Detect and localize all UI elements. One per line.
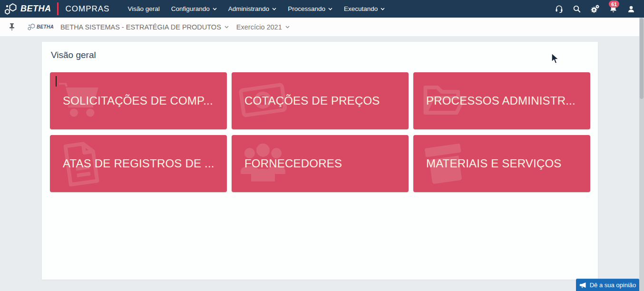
- overview-panel: Visão geral SOLICITAÇÕES DE COMP...: [42, 42, 598, 280]
- menu-item-label: Visão geral: [127, 5, 159, 12]
- menu-item-administrando[interactable]: Administrando: [223, 0, 282, 18]
- headset-icon: [555, 4, 564, 13]
- services-icon: [590, 4, 600, 14]
- chevron-down-icon: [272, 8, 276, 10]
- chevron-down-icon: [285, 26, 290, 29]
- tile-label: SOLICITAÇÕES DE COMP...: [63, 94, 213, 107]
- chevron-down-icon: [381, 8, 385, 10]
- tile-fornecedores[interactable]: FORNECEDORES: [232, 135, 409, 192]
- betha-small-logo-icon: [28, 23, 35, 30]
- pin-icon: [9, 23, 15, 31]
- top-navbar: BETHA COMPRAS Visão geral Configurando A…: [0, 0, 644, 18]
- vertical-scrollbar[interactable]: [639, 18, 644, 291]
- menu-item-configurando[interactable]: Configurando: [166, 0, 223, 18]
- menu-item-executando[interactable]: Executando: [338, 0, 390, 18]
- pin-button[interactable]: [9, 23, 16, 31]
- user-icon: [627, 5, 635, 13]
- context-brand: BETHA: [28, 23, 54, 30]
- exercise-selector[interactable]: Exercício 2021: [236, 23, 290, 31]
- app-window: BETHA COMPRAS Visão geral Configurando A…: [0, 0, 644, 291]
- text-caret: [56, 76, 57, 87]
- chevron-down-icon: [213, 8, 217, 10]
- support-button[interactable]: [550, 0, 568, 18]
- menu-item-processando[interactable]: Processando: [282, 0, 338, 18]
- tile-label: FORNECEDORES: [244, 157, 342, 170]
- notification-count-badge[interactable]: 61: [609, 0, 619, 8]
- tile-label: PROCESSOS ADMINISTR...: [426, 94, 576, 107]
- menu-item-label: Executando: [344, 5, 378, 12]
- feedback-button[interactable]: Dê a sua opinião: [576, 279, 639, 291]
- feedback-label: Dê a sua opinião: [590, 281, 636, 289]
- chevron-down-icon: [328, 8, 332, 10]
- entity-name: BETHA SISTEMAS - ESTRATÉGIA DE PRODUTOS: [60, 23, 221, 31]
- tile-label: ATAS DE REGISTROS DE ...: [63, 157, 215, 170]
- page-title: Visão geral: [51, 50, 96, 60]
- tile-label: MATERIAIS E SERVIÇOS: [426, 157, 562, 170]
- brand-divider: [57, 2, 59, 15]
- tile-cotacoes-de-precos[interactable]: COTAÇÕES DE PREÇOS: [232, 72, 409, 129]
- megaphone-icon: [579, 282, 586, 288]
- context-bar: BETHA BETHA SISTEMAS - ESTRATÉGIA DE PRO…: [0, 18, 644, 36]
- navbar-actions: [550, 0, 640, 18]
- app-name: COMPRAS: [66, 4, 110, 14]
- module-tile-grid: SOLICITAÇÕES DE COMP... COTAÇÕES DE PREÇ…: [50, 72, 590, 192]
- tile-atas-de-registros[interactable]: ATAS DE REGISTROS DE ...: [50, 135, 227, 192]
- entity-selector[interactable]: BETHA SISTEMAS - ESTRATÉGIA DE PRODUTOS: [60, 23, 229, 31]
- context-brand-wordmark: BETHA: [37, 24, 54, 29]
- user-menu-button[interactable]: [622, 0, 640, 18]
- menu-item-label: Processando: [288, 5, 325, 12]
- tile-processos-administrativos[interactable]: PROCESSOS ADMINISTR...: [413, 72, 590, 129]
- betha-logo-icon: [4, 3, 17, 15]
- services-button[interactable]: [586, 0, 604, 18]
- tile-solicitacoes-de-compras[interactable]: SOLICITAÇÕES DE COMP...: [50, 72, 227, 129]
- menu-item-label: Administrando: [228, 5, 269, 12]
- menu-item-label: Configurando: [171, 5, 210, 12]
- main-menu: Visão geral Configurando Administrando P…: [122, 0, 390, 18]
- search-button[interactable]: [568, 0, 586, 18]
- chevron-down-icon: [224, 26, 229, 29]
- tile-materiais-e-servicos[interactable]: MATERIAIS E SERVIÇOS: [413, 135, 590, 192]
- scrollbar-thumb[interactable]: [640, 18, 644, 99]
- menu-item-visao-geral[interactable]: Visão geral: [122, 0, 165, 18]
- search-icon: [573, 5, 581, 13]
- exercise-label: Exercício 2021: [236, 23, 282, 31]
- tile-label: COTAÇÕES DE PREÇOS: [244, 94, 380, 107]
- betha-brand-wordmark: BETHA: [20, 4, 51, 14]
